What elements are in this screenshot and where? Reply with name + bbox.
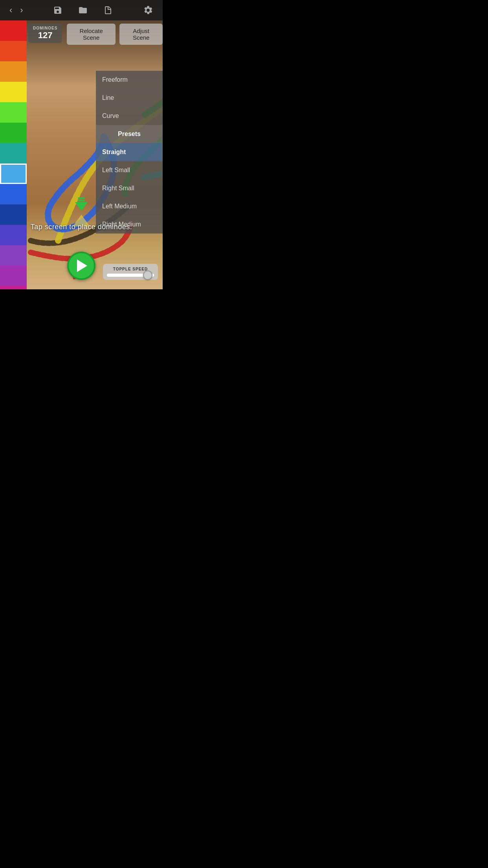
toolbar-actions	[50, 4, 116, 17]
open-button[interactable]	[75, 4, 91, 17]
color-swatch-light-blue[interactable]	[0, 164, 27, 184]
relocate-scene-button[interactable]: Relocate Scene	[67, 24, 116, 45]
play-icon	[77, 259, 87, 272]
back-button[interactable]: ‹	[6, 4, 15, 17]
color-swatch-orange[interactable]	[0, 61, 27, 82]
save-button[interactable]	[50, 4, 66, 17]
forward-button[interactable]: ›	[17, 4, 26, 17]
color-swatch-lime[interactable]	[0, 102, 27, 123]
play-button[interactable]	[67, 252, 95, 280]
menu-presets-header: Presets	[96, 125, 163, 143]
toolbar-nav: ‹ ›	[6, 4, 26, 17]
color-swatch-violet[interactable]	[0, 266, 27, 286]
color-palette	[0, 20, 27, 289]
topple-speed-slider[interactable]	[107, 274, 154, 277]
right-menu: Freeform Line Curve Presets Straight Lef…	[96, 71, 163, 234]
cursor-arrow-down	[75, 202, 88, 211]
topple-speed-panel: TOPPLE SPEED	[103, 264, 158, 280]
adjust-scene-button[interactable]: Adjust Scene	[119, 24, 163, 45]
color-swatch-green[interactable]	[0, 123, 27, 143]
menu-item-left-medium[interactable]: Left Medium	[96, 197, 163, 215]
color-swatch-teal[interactable]	[0, 143, 27, 164]
color-swatch-orange-red[interactable]	[0, 41, 27, 61]
menu-item-right-small[interactable]: Right Small	[96, 179, 163, 197]
color-swatch-dark-blue[interactable]	[0, 204, 27, 225]
cursor-dash-1	[78, 197, 85, 199]
new-button[interactable]	[100, 4, 116, 17]
dominoes-count: 127	[33, 30, 57, 40]
scene-buttons: Relocate Scene Adjust Scene	[67, 24, 163, 45]
cursor-dash-2	[78, 200, 85, 201]
color-swatch-blue[interactable]	[0, 184, 27, 204]
menu-item-freeform[interactable]: Freeform	[96, 71, 163, 89]
toolbar: ‹ ›	[0, 0, 163, 20]
menu-item-line[interactable]: Line	[96, 89, 163, 107]
color-swatch-red[interactable]	[0, 20, 27, 41]
toolbar-settings	[140, 4, 156, 17]
topple-speed-thumb[interactable]	[143, 270, 152, 280]
color-swatch-magenta[interactable]	[0, 286, 27, 289]
dominoes-label: DOMINOES	[33, 26, 57, 30]
menu-item-left-small[interactable]: Left Small	[96, 161, 163, 179]
tap-hint: Tap screen to place dominoes.	[0, 223, 163, 231]
color-swatch-purple[interactable]	[0, 245, 27, 266]
app-container: ‹ › DOMINOES 127 Relocate Scene Adjust S…	[0, 0, 163, 289]
color-swatch-yellow[interactable]	[0, 82, 27, 102]
dominoes-box: DOMINOES 127	[28, 24, 62, 43]
menu-item-curve[interactable]: Curve	[96, 107, 163, 125]
placement-cursor	[75, 197, 88, 211]
settings-button[interactable]	[140, 4, 156, 17]
menu-item-straight[interactable]: Straight	[96, 143, 163, 161]
